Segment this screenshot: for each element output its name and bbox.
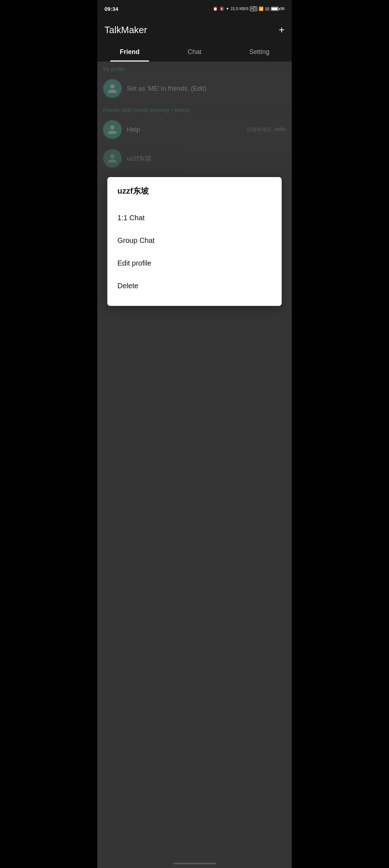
status-time: 09:34: [104, 6, 118, 12]
menu-item-delete[interactable]: Delete: [117, 275, 272, 297]
bluetooth-icon: ✦: [226, 6, 229, 11]
app-title: TalkMaker: [104, 24, 147, 36]
status-icons: ⏰ 🔇 ✦ 21.0 KB/S HD 📶 |||| 98: [213, 6, 285, 11]
battery-container: [271, 6, 279, 11]
tab-setting-label: Setting: [249, 48, 269, 55]
mute-icon: 🔇: [219, 6, 224, 11]
tab-chat-label: Chat: [188, 48, 201, 55]
hd-badge: HD: [250, 6, 257, 11]
tab-friend-label: Friend: [120, 48, 139, 55]
menu-item-group-chat[interactable]: Group Chat: [117, 229, 272, 252]
tab-chat[interactable]: Chat: [162, 42, 227, 62]
add-button[interactable]: +: [279, 24, 285, 36]
context-menu: uzzf东坡 1:1 Chat Group Chat Edit profile …: [107, 177, 282, 306]
wifi-icon: 📶: [259, 6, 264, 11]
data-speed: 21.0 KB/S: [231, 6, 249, 11]
app-header: TalkMaker +: [97, 17, 292, 42]
status-bar: 09:34 ⏰ 🔇 ✦ 21.0 KB/S HD 📶 |||| 98: [97, 0, 292, 17]
tab-setting[interactable]: Setting: [227, 42, 292, 62]
menu-item-one-to-one-chat[interactable]: 1:1 Chat: [117, 207, 272, 229]
alarm-icon: ⏰: [213, 6, 218, 11]
signal-icon: ||||: [265, 6, 269, 11]
tab-bar: Friend Chat Setting: [97, 42, 292, 62]
menu-item-edit-profile[interactable]: Edit profile: [117, 252, 272, 275]
tab-friend[interactable]: Friend: [97, 42, 162, 62]
battery-level: 98: [280, 6, 285, 11]
context-menu-title: uzzf东坡: [117, 186, 272, 196]
main-content: My profile Set as 'ME' in friends. (Edit…: [97, 62, 292, 868]
